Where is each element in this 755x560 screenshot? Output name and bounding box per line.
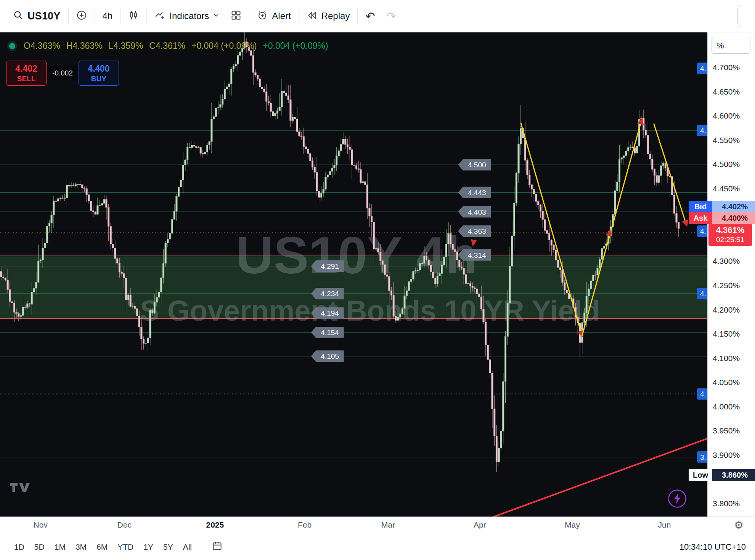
bid-label: Bid [689,201,712,212]
plus-circle-icon [76,10,87,22]
svg-text:4.234: 4.234 [321,290,339,298]
alert-button[interactable]: Alert [251,5,296,27]
replay-button[interactable]: Replay [301,5,356,27]
buy-price: 4.400 [88,64,110,74]
sell-button[interactable]: 4.402 SELL [6,61,47,86]
svg-text:4.: 4. [700,390,706,398]
legend-close: C4.361% [149,41,185,51]
price-level-tag[interactable]: 4.403 [458,206,491,218]
legend-low: L4.359% [109,41,143,51]
sell-label: SELL [17,75,36,83]
svg-text:S Government Bonds 10 YR Yield: S Government Bonds 10 YR Yield [140,294,600,327]
unit-selector[interactable]: % [712,38,750,54]
time-label-mar[interactable]: Mar [381,520,395,530]
toolbar-separator [68,8,69,24]
legend-open: O4.363% [24,41,60,51]
time-label-feb[interactable]: Feb [298,520,312,530]
buy-button[interactable]: 4.400 BUY [79,61,119,86]
range-ytd[interactable]: YTD [112,539,138,555]
time-label-apr[interactable]: Apr [474,520,486,530]
arrow-marker [606,229,613,237]
redo-button[interactable]: ↷ [381,5,402,27]
price-level-tag[interactable]: 4.443 [458,187,491,198]
layout-grid-button[interactable] [225,5,247,27]
price-level-tag[interactable]: 4.291 [311,260,344,272]
price-level-tag[interactable]: 4.234 [311,288,344,299]
toolbar-separator [120,8,120,24]
search-icon [13,10,23,22]
horizontal-levels [0,130,707,457]
range-1m[interactable]: 1M [50,539,71,555]
interval-button[interactable]: 4h [97,5,119,27]
replay-icon [307,10,317,22]
low-value: 3.860% [712,469,755,481]
toolbar-separator [146,8,147,24]
range-1d[interactable]: 1D [9,539,29,555]
price-tick: 4.200% [713,305,740,314]
time-label-jun[interactable]: Jun [658,520,671,530]
chart-style-button[interactable] [122,5,145,27]
market-status-dot [9,43,15,49]
price-tick: 3.900% [713,451,740,460]
time-label-may[interactable]: May [565,520,580,530]
price-level-tag[interactable]: 4.314 [458,249,491,261]
chart-plot[interactable]: US10Y 4hS Government Bonds 10 YR Yield4.… [0,32,707,517]
svg-text:3.: 3. [700,453,706,461]
svg-text:4.403: 4.403 [468,208,486,216]
interval-label: 4h [103,11,113,21]
indicators-label: Indicators [169,11,209,21]
price-axis[interactable]: % 4.700%4.650%4.600%4.550%4.500%4.450%4.… [707,32,755,517]
svg-text:4.: 4. [700,64,706,72]
svg-text:4.: 4. [700,227,706,235]
undo-icon: ↶ [365,10,375,23]
price-tick: 4.250% [713,281,740,290]
compare-add-button[interactable] [71,5,93,27]
toolbar-separator [249,8,249,24]
ask-value: 4.400% [712,212,755,224]
bid-value: 4.402% [712,201,755,212]
legend-change-secondary: +0.004 (+0.09%) [263,41,328,51]
svg-text:4.291: 4.291 [321,262,339,270]
toolbar-corner-button[interactable] [737,5,755,27]
range-5y[interactable]: 5Y [158,539,178,555]
range-3m[interactable]: 3M [71,539,92,555]
range-5d[interactable]: 5D [29,539,50,555]
price-level-tag[interactable]: 4.105 [311,350,344,362]
undo-button[interactable]: ↶ [360,5,381,27]
price-tick: 4.700% [713,63,740,72]
ohlc-legend: O4.363% H4.363% L4.359% C4.361% +0.004 (… [9,41,328,51]
calendar-icon [212,544,222,553]
unit-label: % [716,41,724,51]
go-to-date-button[interactable] [207,538,227,556]
price-tick: 4.150% [713,329,740,339]
time-label-2025[interactable]: 2025 [206,520,224,530]
time-label-nov[interactable]: Nov [34,520,48,530]
price-tick: 4.500% [713,160,740,169]
price-level-tag[interactable]: 4.363 [458,225,491,237]
price-chart-canvas[interactable]: US10Y 4hS Government Bonds 10 YR Yield4.… [0,32,707,517]
price-level-tag[interactable]: 4.194 [311,307,344,319]
svg-text:4.105: 4.105 [321,352,339,360]
range-6m[interactable]: 6M [92,539,112,555]
symbol-search-button[interactable]: US10Y [8,5,66,27]
range-all[interactable]: All [178,539,197,555]
tradingview-logo[interactable] [9,481,31,494]
bar-countdown: 02:25:51 [708,236,752,244]
low-label: Low [689,469,712,481]
svg-text:4.: 4. [700,290,706,298]
clock[interactable]: 10:34:10 UTC+10 [680,542,746,552]
price-tick: 4.050% [713,378,740,387]
lightning-button[interactable] [667,488,688,510]
candlestick-icon [128,10,139,22]
price-level-tag[interactable]: 4.500 [458,159,491,170]
price-tick: 4.600% [713,111,740,120]
legend-high: H4.363% [66,41,103,51]
price-level-tag[interactable]: 4.154 [311,327,344,338]
settings-gear-icon[interactable]: ⚙ [734,519,744,532]
price-tick: 4.100% [713,354,740,363]
indicators-button[interactable]: Indicators [149,5,225,27]
grid-layout-icon [231,10,241,22]
time-label-dec[interactable]: Dec [117,520,132,530]
time-axis[interactable]: NovDec2025FebMarAprMayJun ⚙ [0,517,755,534]
range-1y[interactable]: 1Y [138,539,158,555]
